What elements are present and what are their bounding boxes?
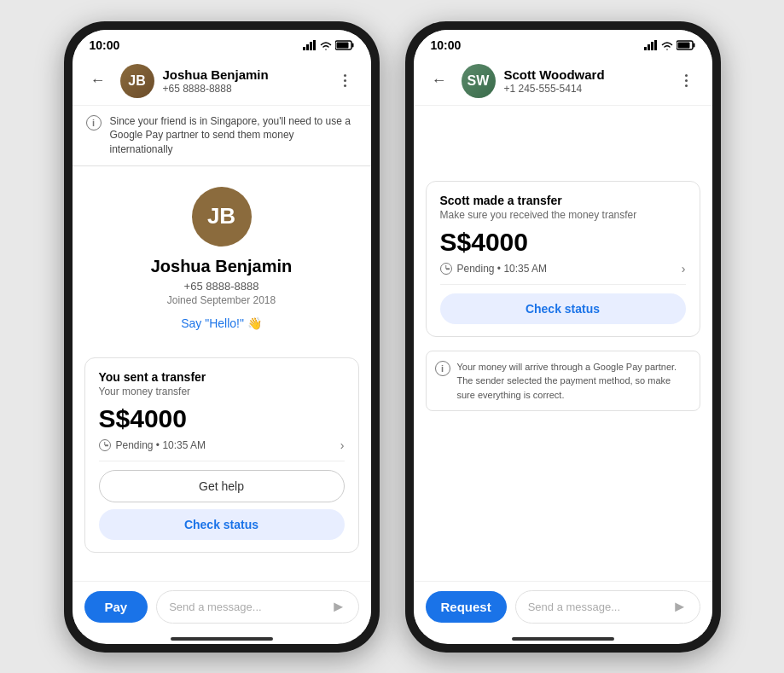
- three-dots-icon-1: [344, 74, 346, 87]
- menu-button-2[interactable]: [673, 67, 700, 95]
- contact-phone-2: +1 245-555-5414: [504, 83, 673, 95]
- profile-avatar-1: JB: [192, 187, 252, 247]
- back-button-1[interactable]: ←: [84, 67, 112, 95]
- contact-phone-1: +65 8888-8888: [163, 83, 332, 95]
- contact-info-2: Scott Woodward +1 245-555-5414: [504, 67, 673, 96]
- content-spacer-2: [414, 106, 712, 174]
- status-time-1: 10:00: [90, 38, 120, 52]
- wifi-icon-1: [320, 40, 332, 50]
- status-icons-2: [644, 40, 695, 50]
- check-status-button-2[interactable]: Check status: [440, 293, 686, 324]
- profile-section-1: JB Joshua Benjamin +65 8888-8888 Joined …: [73, 166, 371, 351]
- phone-1: 10:00: [64, 21, 380, 653]
- svg-rect-1: [306, 44, 309, 50]
- contact-name-2: Scott Woodward: [504, 67, 673, 84]
- status-time-2: 10:00: [431, 38, 462, 52]
- svg-rect-9: [651, 42, 653, 50]
- transfer-status-left-2: Pending • 10:35 AM: [440, 263, 548, 275]
- send-icon-2[interactable]: ►: [672, 598, 688, 616]
- home-indicator-2: [512, 637, 614, 641]
- transfer-status-row-2[interactable]: Pending • 10:35 AM ›: [440, 262, 686, 285]
- transfer-card-1: You sent a transfer Your money transfer …: [84, 357, 359, 553]
- pay-button[interactable]: Pay: [84, 591, 148, 623]
- phone-2-outer: 10:00: [405, 21, 721, 653]
- profile-initials-1: JB: [207, 203, 235, 229]
- profile-phone-1: +65 8888-8888: [184, 280, 259, 293]
- check-status-button-1[interactable]: Check status: [99, 509, 345, 540]
- phone-1-screen: 10:00: [73, 30, 371, 644]
- contact-info-1: Joshua Benjamin +65 8888-8888: [163, 67, 332, 96]
- get-help-button[interactable]: Get help: [99, 470, 345, 502]
- phone-1-outer: 10:00: [64, 21, 380, 653]
- svg-rect-6: [336, 42, 348, 48]
- signal-icon-1: [303, 40, 317, 50]
- say-hello-button-1[interactable]: Say "Hello!" 👋: [181, 316, 262, 330]
- home-indicator-1: [171, 637, 273, 641]
- phone-content-1: JB Joshua Benjamin +65 8888-8888 Joined …: [73, 166, 371, 581]
- wifi-icon-2: [661, 40, 673, 50]
- svg-rect-10: [654, 40, 657, 50]
- info-footer-text-2: Your money will arrive through a Google …: [457, 360, 691, 403]
- app-header-2: ← SW Scott Woodward +1 245-555-5414: [414, 57, 712, 106]
- bottom-bar-1: Pay Send a message... ►: [73, 581, 371, 632]
- bottom-bar-2: Request Send a message... ►: [414, 581, 712, 632]
- avatar-initials-1: JB: [128, 73, 145, 89]
- svg-rect-13: [677, 42, 689, 48]
- transfer-status-left-1: Pending • 10:35 AM: [99, 439, 206, 451]
- svg-rect-12: [693, 43, 694, 47]
- phone-content-2: Scott made a transfer Make sure you rece…: [414, 106, 712, 581]
- avatar-initials-2: SW: [467, 73, 490, 89]
- transfer-amount-2: S$4000: [440, 228, 686, 257]
- svg-rect-8: [648, 44, 650, 50]
- menu-button-1[interactable]: [332, 67, 359, 95]
- transfer-subtitle-1: Your money transfer: [99, 386, 345, 397]
- svg-rect-5: [351, 43, 353, 47]
- contact-avatar-2: SW: [462, 64, 496, 98]
- svg-rect-3: [313, 40, 316, 50]
- profile-joined-1: Joined September 2018: [167, 294, 276, 306]
- status-bar-1: 10:00: [73, 30, 371, 57]
- transfer-title-1: You sent a transfer: [99, 370, 345, 384]
- svg-rect-7: [644, 47, 647, 50]
- transfer-card-2: Scott made a transfer Make sure you rece…: [426, 181, 700, 337]
- chevron-right-icon-2: ›: [682, 262, 686, 276]
- svg-rect-2: [310, 42, 312, 50]
- app-header-1: ← JB Joshua Benjamin +65 8888-8888: [73, 57, 371, 106]
- battery-icon-2: [677, 40, 695, 50]
- transfer-status-row-1[interactable]: Pending • 10:35 AM ›: [99, 438, 345, 461]
- status-bar-2: 10:00: [414, 30, 712, 57]
- info-banner-text-1: Since your friend is in Singapore, you'l…: [110, 114, 357, 157]
- info-footer-2: i Your money will arrive through a Googl…: [426, 351, 700, 412]
- message-input-2[interactable]: Send a message... ►: [515, 590, 700, 624]
- transfer-amount-1: S$4000: [99, 404, 345, 433]
- transfer-status-text-1: Pending • 10:35 AM: [116, 439, 206, 451]
- phone-2: 10:00: [405, 21, 721, 653]
- phone-2-screen: 10:00: [414, 30, 712, 644]
- send-icon-1[interactable]: ►: [331, 598, 346, 616]
- message-input-1[interactable]: Send a message... ►: [156, 590, 358, 624]
- contact-avatar-1: JB: [120, 64, 154, 98]
- back-button-2[interactable]: ←: [426, 67, 453, 95]
- svg-rect-0: [303, 47, 305, 50]
- three-dots-icon-2: [685, 74, 688, 87]
- clock-icon-2: [440, 263, 452, 275]
- transfer-title-2: Scott made a transfer: [440, 194, 686, 207]
- transfer-status-text-2: Pending • 10:35 AM: [457, 263, 548, 275]
- message-placeholder-2: Send a message...: [528, 600, 620, 613]
- chevron-right-icon-1: ›: [340, 438, 345, 452]
- request-button[interactable]: Request: [426, 591, 507, 623]
- transfer-subtitle-2: Make sure you received the money transfe…: [440, 209, 686, 221]
- info-icon-2: i: [435, 361, 450, 376]
- status-icons-1: [303, 40, 354, 50]
- info-icon-1: i: [86, 115, 102, 131]
- back-arrow-icon-1: ←: [90, 72, 106, 90]
- info-banner-1: i Since your friend is in Singapore, you…: [73, 106, 371, 166]
- battery-icon-1: [335, 40, 354, 50]
- profile-name-1: Joshua Benjamin: [151, 257, 293, 276]
- clock-icon-1: [99, 439, 111, 451]
- contact-name-1: Joshua Benjamin: [163, 67, 332, 84]
- back-arrow-icon-2: ←: [432, 72, 447, 90]
- signal-icon-2: [644, 40, 658, 50]
- message-placeholder-1: Send a message...: [169, 600, 261, 613]
